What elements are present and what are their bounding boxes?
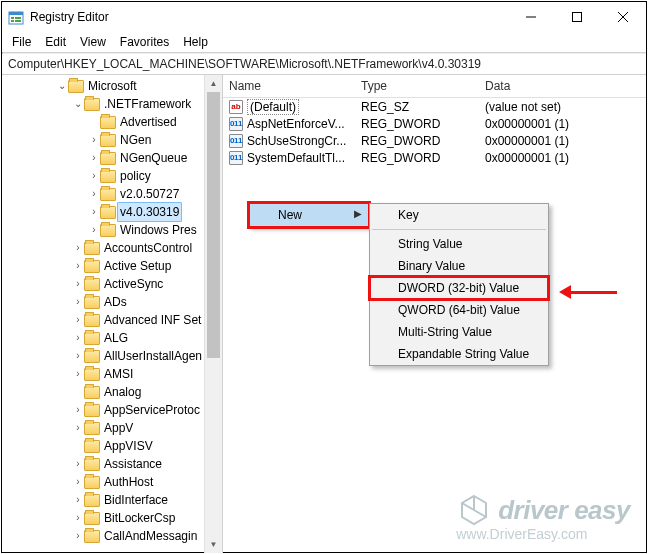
tree-item[interactable]: ›ActiveSync — [4, 275, 222, 293]
ctx-item-qword[interactable]: QWORD (64-bit) Value — [370, 299, 548, 321]
expand-icon[interactable]: › — [72, 311, 84, 329]
expand-icon[interactable]: › — [72, 239, 84, 257]
expand-icon[interactable]: › — [72, 401, 84, 419]
expand-icon[interactable]: › — [88, 131, 100, 149]
list-row[interactable]: ab(Default)REG_SZ(value not set) — [223, 98, 646, 115]
address-bar[interactable]: Computer\HKEY_LOCAL_MACHINE\SOFTWARE\Mic… — [2, 54, 646, 75]
expand-icon[interactable]: ⌄ — [72, 95, 84, 113]
list-row[interactable]: 011SystemDefaultTl...REG_DWORD0x00000001… — [223, 149, 646, 166]
folder-icon — [84, 98, 100, 111]
tree-scrollbar[interactable]: ▲ ▼ — [204, 75, 222, 553]
menu-favorites[interactable]: Favorites — [114, 33, 175, 51]
tree-item[interactable]: ›BidInterface — [4, 491, 222, 509]
expand-icon[interactable]: › — [72, 419, 84, 437]
scroll-up-icon[interactable]: ▲ — [205, 75, 222, 92]
tree-item-label: AppVISV — [104, 437, 153, 455]
tree-item[interactable]: ›Assistance — [4, 455, 222, 473]
tree-item-label: AppV — [104, 419, 133, 437]
svg-rect-7 — [573, 13, 582, 22]
tree-item[interactable]: ›Windows Pres — [4, 221, 222, 239]
scroll-down-icon[interactable]: ▼ — [205, 536, 222, 553]
menu-view[interactable]: View — [74, 33, 112, 51]
folder-icon — [100, 206, 116, 219]
tree-item[interactable]: AppVISV — [4, 437, 222, 455]
expand-icon[interactable]: › — [88, 185, 100, 203]
tree-item[interactable]: ›ADs — [4, 293, 222, 311]
expand-icon[interactable]: › — [88, 221, 100, 239]
expand-icon[interactable]: › — [72, 473, 84, 491]
expand-icon[interactable]: › — [72, 329, 84, 347]
value-data: 0x00000001 (1) — [479, 151, 646, 165]
tree-item[interactable]: ›v4.0.30319 — [4, 203, 222, 221]
svg-rect-1 — [9, 12, 23, 15]
tree-item[interactable]: ›NGenQueue — [4, 149, 222, 167]
tree-item-label: NGen — [120, 131, 151, 149]
folder-icon — [84, 476, 100, 489]
expand-icon[interactable]: › — [88, 203, 100, 221]
expand-icon[interactable]: › — [72, 365, 84, 383]
tree-item[interactable]: ›ALG — [4, 329, 222, 347]
expand-icon[interactable]: › — [72, 293, 84, 311]
expand-icon[interactable]: › — [72, 275, 84, 293]
column-data[interactable]: Data — [479, 79, 646, 93]
tree-item-label: Analog — [104, 383, 141, 401]
tree-item-label: Advanced INF Set — [104, 311, 201, 329]
column-type[interactable]: Type — [355, 79, 479, 93]
value-type: REG_DWORD — [355, 151, 479, 165]
expand-icon[interactable]: › — [72, 509, 84, 527]
tree-item[interactable]: ›BitLockerCsp — [4, 509, 222, 527]
tree-item[interactable]: ›AppV — [4, 419, 222, 437]
binary-value-icon: 011 — [229, 134, 243, 148]
tree-item[interactable]: ›v2.0.50727 — [4, 185, 222, 203]
tree-item[interactable]: ›AccountsControl — [4, 239, 222, 257]
ctx-item-exp[interactable]: Expandable String Value — [370, 343, 548, 365]
ctx-item-binary[interactable]: Binary Value — [370, 255, 548, 277]
close-button[interactable] — [600, 2, 646, 32]
expand-icon[interactable]: › — [72, 491, 84, 509]
tree-item[interactable]: ⌄.NETFramework — [4, 95, 222, 113]
context-menu-parent: New ▶ — [249, 203, 369, 227]
ctx-item-string[interactable]: String Value — [370, 233, 548, 255]
expand-icon[interactable]: ⌄ — [56, 77, 68, 95]
tree-item-label: Windows Pres — [120, 221, 197, 239]
minimize-button[interactable] — [508, 2, 554, 32]
tree-item[interactable]: ›AMSI — [4, 365, 222, 383]
list-row[interactable]: 011SchUseStrongCr...REG_DWORD0x00000001 … — [223, 132, 646, 149]
tree-item[interactable]: ›AllUserInstallAgen — [4, 347, 222, 365]
expand-icon[interactable]: › — [88, 167, 100, 185]
tree-item[interactable]: ›CallAndMessagin — [4, 527, 222, 545]
folder-icon — [84, 314, 100, 327]
tree-item-label: BidInterface — [104, 491, 168, 509]
tree-item[interactable]: ›Active Setup — [4, 257, 222, 275]
tree-item-label: AMSI — [104, 365, 133, 383]
tree-item[interactable]: Analog — [4, 383, 222, 401]
list-row[interactable]: 011AspNetEnforceV...REG_DWORD0x00000001 … — [223, 115, 646, 132]
ctx-item-dword[interactable]: DWORD (32-bit) Value — [370, 277, 548, 299]
tree-item[interactable]: Advertised — [4, 113, 222, 131]
column-name[interactable]: Name — [223, 79, 355, 93]
menu-file[interactable]: File — [6, 33, 37, 51]
tree-item[interactable]: ›AuthHost — [4, 473, 222, 491]
menu-edit[interactable]: Edit — [39, 33, 72, 51]
value-name: (Default) — [247, 99, 299, 115]
expand-icon[interactable]: › — [88, 149, 100, 167]
expand-icon[interactable]: › — [72, 527, 84, 545]
maximize-button[interactable] — [554, 2, 600, 32]
expand-icon[interactable]: › — [72, 455, 84, 473]
submenu-arrow-icon: ▶ — [354, 208, 362, 219]
tree-item-label: AppServiceProtoc — [104, 401, 200, 419]
ctx-item-multi[interactable]: Multi-String Value — [370, 321, 548, 343]
menu-help[interactable]: Help — [177, 33, 214, 51]
tree-item[interactable]: ›policy — [4, 167, 222, 185]
ctx-item-new[interactable]: New ▶ — [250, 204, 368, 226]
tree-item-label: v2.0.50727 — [120, 185, 179, 203]
tree-item[interactable]: ›AppServiceProtoc — [4, 401, 222, 419]
tree-item-label: BitLockerCsp — [104, 509, 175, 527]
svg-rect-2 — [11, 17, 14, 19]
expand-icon[interactable]: › — [72, 347, 84, 365]
tree-item[interactable]: ›NGen — [4, 131, 222, 149]
expand-icon[interactable]: › — [72, 257, 84, 275]
tree-item[interactable]: ›Advanced INF Set — [4, 311, 222, 329]
ctx-item-key[interactable]: Key — [370, 204, 548, 226]
tree-item[interactable]: ⌄Microsoft — [4, 77, 222, 95]
